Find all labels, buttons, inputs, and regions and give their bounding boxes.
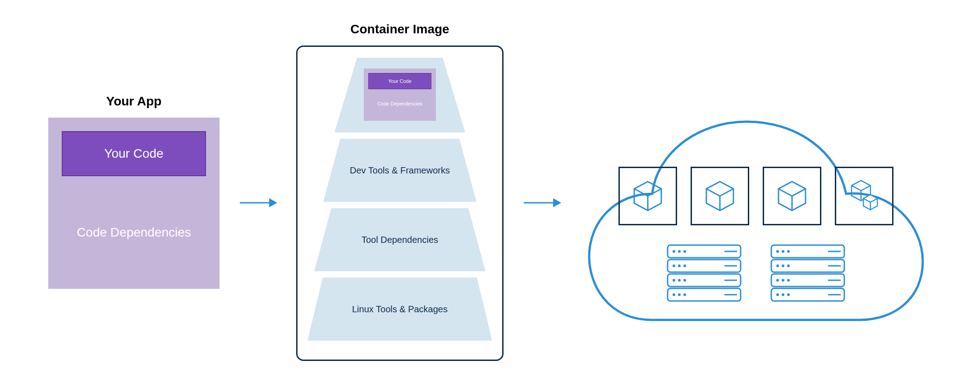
server-icon: [769, 243, 846, 302]
svg-point-46: [683, 293, 686, 296]
svg-marker-7: [553, 198, 561, 207]
container-layer-dev-tools: Dev Tools & Frameworks: [323, 139, 476, 202]
svg-point-60: [782, 279, 784, 282]
svg-point-50: [782, 250, 784, 253]
container-image-title: Container Image: [350, 22, 449, 36]
svg-line-13: [706, 189, 720, 196]
arrow-1: [238, 194, 278, 212]
container-cube-1: [618, 167, 677, 225]
code-dependencies-box: Code Dependencies: [62, 190, 206, 275]
svg-point-59: [776, 279, 779, 282]
svg-line-10: [648, 189, 661, 196]
your-code-box: Your Code: [62, 131, 206, 176]
server-1: [666, 243, 742, 304]
svg-point-56: [787, 264, 790, 267]
svg-line-18: [792, 189, 806, 196]
cube-icon: [774, 178, 810, 214]
svg-line-22: [861, 186, 870, 191]
layer-label-tool-deps: Tool Dependencies: [314, 208, 485, 271]
svg-point-39: [673, 279, 675, 282]
arrow-right-icon: [522, 194, 562, 212]
svg-point-36: [683, 264, 686, 267]
your-app-title: Your App: [106, 94, 162, 109]
container-image-section: Container Image Your Code Code Dependenc…: [296, 22, 504, 361]
multi-cube-icon: [844, 176, 884, 216]
container-cube-3: [763, 167, 821, 225]
container-cube-2: [691, 167, 749, 225]
diagram-container: Your App Your Code Code Dependencies Con…: [0, 0, 980, 383]
container-image-box: Your Code Code Dependencies Dev Tools & …: [296, 46, 504, 361]
cloud-content: [580, 167, 932, 304]
arrow-right-icon: [238, 194, 278, 212]
svg-point-31: [683, 250, 686, 253]
svg-point-41: [683, 279, 686, 282]
svg-point-54: [776, 264, 779, 267]
svg-point-35: [678, 264, 681, 267]
cube-icon: [702, 178, 738, 214]
your-app-section: Your App Your Code Code Dependencies: [48, 94, 220, 289]
svg-point-30: [678, 250, 681, 253]
container-layer-linux: Linux Tools & Packages: [307, 278, 492, 341]
mini-your-code-box: Your Code: [368, 73, 431, 89]
svg-point-40: [678, 279, 681, 282]
mini-code-dependencies-box: Code Dependencies: [368, 92, 431, 116]
layer-label-linux: Linux Tools & Packages: [307, 278, 492, 341]
svg-point-44: [673, 293, 675, 296]
cube-row: [618, 167, 893, 225]
mini-your-app-box: Your Code Code Dependencies: [364, 68, 436, 121]
svg-line-14: [720, 189, 733, 196]
svg-point-49: [776, 250, 779, 253]
cube-icon: [630, 178, 666, 214]
layer-label-dev-tools: Dev Tools & Frameworks: [323, 139, 476, 202]
svg-point-45: [678, 293, 681, 296]
server-row: [666, 243, 846, 304]
svg-point-64: [776, 293, 779, 296]
arrow-2: [522, 194, 562, 212]
svg-line-9: [634, 189, 648, 196]
container-layer-top: Your Code Code Dependencies: [334, 58, 465, 132]
svg-point-34: [673, 264, 675, 267]
svg-point-66: [787, 293, 790, 296]
svg-line-21: [852, 186, 861, 191]
server-icon: [666, 243, 742, 302]
svg-point-65: [782, 293, 784, 296]
cloud-section: [580, 77, 932, 329]
svg-point-29: [673, 250, 675, 253]
your-app-box: Your Code Code Dependencies: [48, 118, 220, 289]
container-cube-4: [835, 167, 893, 225]
svg-marker-1: [269, 198, 277, 207]
server-2: [769, 243, 846, 304]
svg-line-17: [779, 189, 792, 196]
container-layer-tool-deps: Tool Dependencies: [314, 208, 485, 271]
svg-point-55: [782, 264, 784, 267]
svg-point-61: [787, 279, 790, 282]
svg-point-51: [787, 250, 790, 253]
